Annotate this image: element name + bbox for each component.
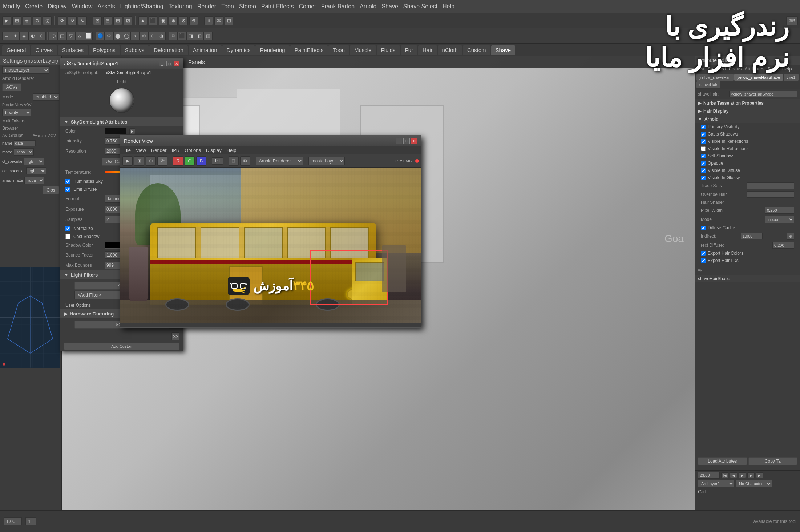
- shelf-icon-16[interactable]: ⊛: [140, 32, 148, 40]
- tb-icon-18[interactable]: ⊖: [189, 16, 198, 25]
- aov-name-input[interactable]: [14, 140, 36, 146]
- shelf-tab-general[interactable]: General: [2, 45, 30, 55]
- bananas-select[interactable]: rgba: [24, 177, 44, 184]
- tb-icon-21[interactable]: ⊡: [225, 16, 233, 25]
- self-shadows-check[interactable]: [701, 154, 706, 158]
- menu-window[interactable]: Window: [72, 3, 93, 10]
- indirect-specular-select[interactable]: rgb: [26, 167, 46, 174]
- tb-icon-7[interactable]: ↺: [68, 16, 77, 25]
- rv-renderer-select[interactable]: Arnold Renderer: [256, 157, 303, 165]
- shelf-tab-custom[interactable]: Custom: [463, 45, 490, 55]
- load-attributes-button[interactable]: Load Attributes: [698, 457, 747, 465]
- shelf-icon-5[interactable]: ⊙: [37, 32, 46, 40]
- trace-sets-input[interactable]: [747, 182, 794, 189]
- shelf-icon-23[interactable]: ▥: [204, 32, 213, 40]
- shelf-tab-shave[interactable]: Shave: [491, 45, 516, 55]
- shelf-tab-surfaces[interactable]: Surfaces: [58, 45, 88, 55]
- shelf-icon-22[interactable]: ◧: [195, 32, 204, 40]
- dialog-maximize-btn[interactable]: □: [166, 61, 172, 66]
- shelf-icon-8[interactable]: ▽: [66, 32, 75, 40]
- shelf-icon-11[interactable]: 🔵: [96, 32, 105, 40]
- opaque-check[interactable]: [701, 161, 706, 166]
- rv-color-g[interactable]: G: [185, 156, 195, 166]
- dialog-close-btn[interactable]: ✕: [174, 61, 179, 66]
- play-btn[interactable]: ▶: [739, 472, 746, 478]
- color-btn[interactable]: ▶: [129, 128, 135, 134]
- shelf-icon-14[interactable]: ◯: [122, 32, 131, 40]
- next-btn[interactable]: ▶: [747, 472, 755, 478]
- tb-icon-3[interactable]: ◈: [23, 16, 31, 25]
- arrow-right-btn[interactable]: >>: [171, 332, 179, 340]
- rv-menu-display[interactable]: Display: [206, 148, 222, 153]
- menu-arnold[interactable]: Arnold: [360, 3, 376, 10]
- add-custom-button[interactable]: Add Custon: [64, 343, 179, 350]
- character-select[interactable]: No Character: [736, 480, 772, 487]
- shelf-tab-animation[interactable]: Animation: [189, 45, 222, 55]
- tb-icon-5[interactable]: ◎: [43, 16, 52, 25]
- shelf-tab-subdivs[interactable]: Subdivs: [121, 45, 149, 55]
- shelf-tab-hair[interactable]: Hair: [418, 45, 437, 55]
- node-tab-2[interactable]: yellow_shaveHairShape: [734, 74, 783, 81]
- shelf-icon-10[interactable]: ⬜: [84, 32, 93, 40]
- primary-visibility-check[interactable]: [701, 125, 706, 129]
- tb-icon-19[interactable]: ⌗: [204, 16, 213, 25]
- close-button[interactable]: Clos: [43, 186, 59, 194]
- shelf-tab-fluids[interactable]: Fluids: [377, 45, 400, 55]
- menu-comet[interactable]: Comet: [299, 3, 316, 10]
- color-swatch[interactable]: [105, 128, 126, 134]
- tb-icon-13[interactable]: ▲: [138, 16, 147, 25]
- shelf-icon-7[interactable]: ◫: [58, 32, 66, 40]
- dialog-titlebar[interactable]: aiSkyDomeLightShape1 _ □ ✕: [60, 59, 183, 69]
- cast-shadows-check[interactable]: [65, 234, 70, 239]
- timeline-input[interactable]: [698, 472, 720, 479]
- node-tab-4[interactable]: shaveHair: [696, 81, 720, 88]
- rv-btn-1[interactable]: ▶: [122, 156, 133, 166]
- render-view-titlebar[interactable]: Render View _ □ ✕: [120, 136, 421, 146]
- rv-menu-render[interactable]: Render: [151, 148, 167, 153]
- export-hair-colors-check[interactable]: [701, 251, 706, 256]
- mode-right-select[interactable]: ribbon: [765, 216, 794, 223]
- visible-diffuse-check[interactable]: [701, 168, 706, 173]
- rv-btn-4[interactable]: ⟳: [157, 156, 167, 166]
- menu-toon[interactable]: Toon: [221, 3, 234, 10]
- rv-maximize-btn[interactable]: □: [403, 138, 410, 144]
- skydome-section-header[interactable]: ▼ SkyDomeLight Attributes: [60, 117, 183, 126]
- diffuse-cache-check[interactable]: [701, 226, 706, 230]
- aovs-button[interactable]: AOVs: [2, 83, 21, 91]
- tb-icon-6[interactable]: ⟳: [58, 16, 66, 25]
- export-hair-ids-check[interactable]: [701, 258, 706, 263]
- shelf-tab-toon[interactable]: Toon: [328, 45, 349, 55]
- rect-diffuse-input[interactable]: [772, 242, 794, 249]
- tb-icon-8[interactable]: ↻: [78, 16, 87, 25]
- menu-assets[interactable]: Assets: [98, 3, 115, 10]
- menu-stereo[interactable]: Stereo: [239, 3, 256, 10]
- matte-select[interactable]: rgba: [14, 148, 34, 156]
- shelf-tab-ncloth[interactable]: nCloth: [438, 45, 462, 55]
- rv-menu-help[interactable]: Help: [227, 148, 237, 153]
- indirect-stepper[interactable]: ⊕: [787, 233, 794, 240]
- tb-icon-11[interactable]: ⊞: [113, 16, 122, 25]
- visible-refr-check[interactable]: [701, 146, 706, 151]
- tb-icon-2[interactable]: ⊞: [12, 16, 21, 25]
- rv-minimize-btn[interactable]: _: [396, 138, 402, 144]
- rv-color-r[interactable]: R: [173, 156, 183, 166]
- menu-help[interactable]: Help: [443, 3, 454, 10]
- shelf-tab-paint[interactable]: PaintEffects: [290, 45, 328, 55]
- status-input-2[interactable]: [25, 517, 36, 525]
- tb-icon-12[interactable]: ⊠: [124, 16, 132, 25]
- tb-icon-10[interactable]: ⊟: [103, 16, 112, 25]
- rv-color-b[interactable]: B: [196, 156, 206, 166]
- shelf-icon-3[interactable]: ◈: [20, 32, 28, 40]
- rv-btn-5[interactable]: ⊡: [229, 156, 239, 166]
- shelf-tab-deformation[interactable]: Deformation: [149, 45, 188, 55]
- node-tab-3[interactable]: tme1: [784, 74, 798, 81]
- rv-close-btn[interactable]: ✕: [411, 138, 417, 144]
- shelf-icon-12[interactable]: ⚙: [105, 32, 113, 40]
- tb-icon-17[interactable]: ⊗: [179, 16, 188, 25]
- rv-menu-file[interactable]: File: [123, 148, 131, 153]
- rv-layer-select[interactable]: masterLayer: [308, 157, 345, 165]
- tb-icon-15[interactable]: ◉: [159, 16, 167, 25]
- rv-btn-6[interactable]: ⧉: [240, 156, 250, 166]
- shelf-tab-polygons[interactable]: Polygons: [89, 45, 120, 55]
- menu-modify[interactable]: Modify: [3, 3, 20, 10]
